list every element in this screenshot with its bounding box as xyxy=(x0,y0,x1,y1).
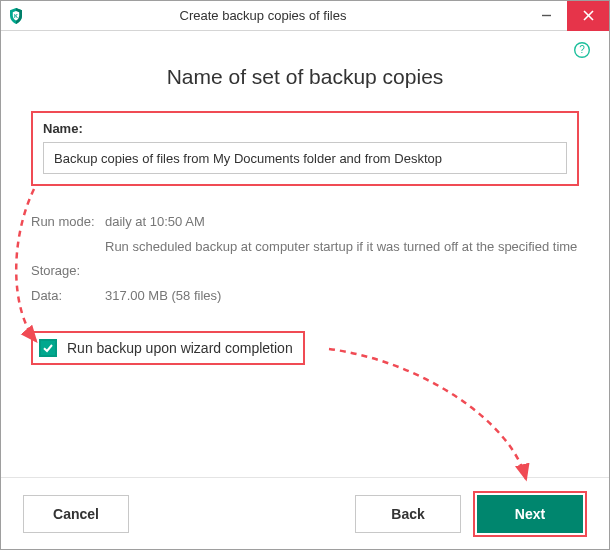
run-mode-note: Run scheduled backup at computer startup… xyxy=(31,235,579,260)
app-logo-icon: K xyxy=(1,1,31,31)
checkbox-checked-icon[interactable] xyxy=(39,339,57,357)
window-buttons xyxy=(525,1,609,31)
summary-info: Run mode: daily at 10:50 AM Run schedule… xyxy=(31,210,579,309)
wizard-window: K Create backup copies of files ? Name o… xyxy=(0,0,610,550)
run-mode-label: Run mode: xyxy=(31,210,105,235)
name-section: Name: xyxy=(31,111,579,186)
minimize-button[interactable] xyxy=(525,1,567,31)
next-button-highlight: Next xyxy=(473,491,587,537)
cancel-button[interactable]: Cancel xyxy=(23,495,129,533)
window-title: Create backup copies of files xyxy=(31,8,525,23)
run-on-completion-label: Run backup upon wizard completion xyxy=(67,340,293,356)
data-value: 317.00 MB (58 files) xyxy=(105,284,221,309)
name-label: Name: xyxy=(43,121,567,136)
next-button[interactable]: Next xyxy=(477,495,583,533)
page-title: Name of set of backup copies xyxy=(31,65,579,89)
storage-label: Storage: xyxy=(31,259,105,284)
backup-name-input[interactable] xyxy=(43,142,567,174)
titlebar: K Create backup copies of files xyxy=(1,1,609,31)
close-button[interactable] xyxy=(567,1,609,31)
content-area: ? Name of set of backup copies Name: Run… xyxy=(1,31,609,477)
svg-text:K: K xyxy=(14,12,18,18)
run-mode-value: daily at 10:50 AM xyxy=(105,210,205,235)
footer: Cancel Back Next xyxy=(1,477,609,549)
back-button[interactable]: Back xyxy=(355,495,461,533)
data-label: Data: xyxy=(31,284,105,309)
svg-text:?: ? xyxy=(579,44,585,55)
help-icon[interactable]: ? xyxy=(573,41,591,59)
run-on-completion-row[interactable]: Run backup upon wizard completion xyxy=(31,331,305,365)
